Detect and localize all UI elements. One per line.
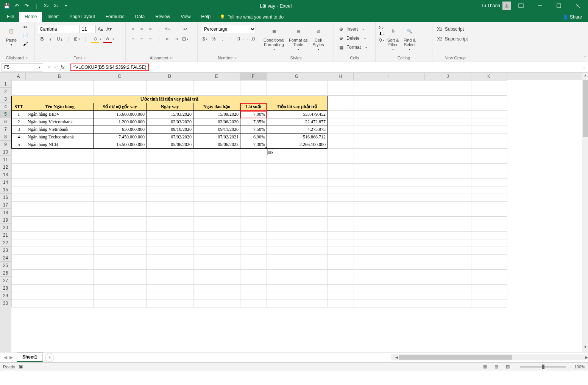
cell[interactable] bbox=[267, 285, 328, 292]
cell[interactable] bbox=[328, 202, 354, 209]
cell[interactable] bbox=[26, 255, 94, 262]
cell[interactable] bbox=[26, 88, 94, 96]
cell[interactable] bbox=[94, 247, 147, 255]
copy-icon[interactable]: 📄 bbox=[21, 32, 30, 39]
cell[interactable] bbox=[94, 270, 147, 277]
add-sheet-button[interactable]: + bbox=[45, 353, 54, 362]
cell[interactable] bbox=[12, 171, 26, 179]
cell[interactable] bbox=[26, 224, 94, 232]
cell[interactable] bbox=[193, 88, 240, 96]
cell[interactable] bbox=[425, 186, 471, 194]
cell[interactable] bbox=[471, 285, 507, 292]
cell[interactable] bbox=[425, 194, 471, 202]
cell[interactable] bbox=[94, 209, 147, 217]
cell[interactable] bbox=[26, 239, 94, 247]
cell[interactable] bbox=[94, 156, 147, 164]
cell[interactable]: 7.450.000.000 bbox=[94, 134, 147, 141]
cell[interactable] bbox=[240, 217, 267, 224]
cell[interactable] bbox=[425, 171, 471, 179]
scroll-thumb[interactable] bbox=[583, 80, 588, 137]
cell[interactable] bbox=[26, 164, 94, 171]
cell[interactable]: 516.866.712 bbox=[267, 134, 328, 141]
cell[interactable] bbox=[147, 164, 193, 171]
autofill-options-icon[interactable]: ▦▾ bbox=[267, 149, 274, 155]
sheet-nav-prev-icon[interactable]: ◀ bbox=[4, 355, 7, 360]
cell[interactable] bbox=[425, 164, 471, 171]
tell-me-search[interactable]: 💡 Tell me what you want to do bbox=[216, 14, 287, 22]
cell[interactable] bbox=[354, 277, 425, 285]
cell[interactable] bbox=[328, 88, 354, 96]
superscript-icon[interactable]: X2 bbox=[51, 1, 61, 10]
cell[interactable] bbox=[471, 118, 507, 126]
cell[interactable] bbox=[147, 179, 193, 186]
cell[interactable]: Ngân hàng BIDV bbox=[26, 111, 94, 118]
cell[interactable] bbox=[26, 186, 94, 194]
cell[interactable] bbox=[471, 277, 507, 285]
cell[interactable] bbox=[328, 285, 354, 292]
cell[interactable]: Tên Ngân hàng bbox=[26, 103, 94, 111]
cell[interactable] bbox=[94, 202, 147, 209]
tab-page-layout[interactable]: Page Layout bbox=[64, 12, 100, 22]
row-header-20[interactable]: 20 bbox=[0, 224, 11, 231]
cell[interactable] bbox=[26, 247, 94, 255]
row-header-23[interactable]: 23 bbox=[0, 247, 11, 254]
cell[interactable] bbox=[94, 217, 147, 224]
cell[interactable]: 5 bbox=[12, 141, 26, 149]
spreadsheet-grid[interactable]: ABCDEFGHIJK 1234567891011121314151617181… bbox=[0, 73, 588, 352]
cell[interactable] bbox=[267, 164, 328, 171]
cell[interactable] bbox=[26, 277, 94, 285]
cell[interactable] bbox=[471, 217, 507, 224]
cell[interactable] bbox=[94, 232, 147, 239]
cell[interactable] bbox=[94, 186, 147, 194]
cell[interactable] bbox=[471, 96, 507, 103]
decrease-decimal-icon[interactable]: ←.0 bbox=[246, 35, 256, 43]
row-header-3[interactable]: 3 bbox=[0, 95, 11, 103]
cell[interactable] bbox=[267, 202, 328, 209]
increase-decimal-icon[interactable]: .0→ bbox=[236, 35, 245, 43]
cell[interactable] bbox=[26, 194, 94, 202]
cell[interactable] bbox=[354, 103, 425, 111]
cell[interactable] bbox=[240, 239, 267, 247]
cell[interactable] bbox=[425, 224, 471, 232]
sheet-tab[interactable]: Sheet1 bbox=[17, 352, 43, 362]
cell[interactable]: STT bbox=[12, 103, 26, 111]
cell[interactable] bbox=[26, 149, 94, 156]
row-header-16[interactable]: 16 bbox=[0, 194, 11, 201]
cell[interactable] bbox=[147, 88, 193, 96]
cell[interactable] bbox=[26, 300, 94, 307]
cell[interactable] bbox=[240, 88, 267, 96]
cell[interactable] bbox=[147, 262, 193, 270]
cell[interactable] bbox=[147, 194, 193, 202]
cell[interactable] bbox=[471, 262, 507, 270]
row-header-19[interactable]: 19 bbox=[0, 216, 11, 224]
cell[interactable] bbox=[267, 217, 328, 224]
cell[interactable] bbox=[354, 262, 425, 270]
cell[interactable] bbox=[240, 232, 267, 239]
cell[interactable]: 2 bbox=[12, 118, 26, 126]
cell[interactable] bbox=[147, 202, 193, 209]
align-top-icon[interactable]: ≡ bbox=[129, 25, 137, 33]
cell[interactable] bbox=[26, 179, 94, 186]
cell[interactable] bbox=[354, 111, 425, 118]
cell[interactable] bbox=[26, 81, 94, 88]
cell[interactable] bbox=[147, 247, 193, 255]
number-format-select[interactable]: Percentage bbox=[201, 25, 256, 33]
clear-icon[interactable]: ◇ bbox=[379, 37, 385, 42]
horizontal-scrollbar[interactable]: : ◀ ▶ bbox=[391, 354, 588, 360]
cell[interactable] bbox=[328, 156, 354, 164]
cell[interactable] bbox=[354, 285, 425, 292]
cell[interactable]: Ngân hàng Vietinbank bbox=[26, 126, 94, 134]
cell[interactable] bbox=[193, 156, 240, 164]
row-header-24[interactable]: 24 bbox=[0, 254, 11, 262]
cell[interactable] bbox=[147, 171, 193, 179]
cell[interactable] bbox=[425, 270, 471, 277]
cell[interactable] bbox=[267, 209, 328, 217]
cell[interactable] bbox=[267, 194, 328, 202]
cell[interactable] bbox=[471, 103, 507, 111]
cell[interactable] bbox=[354, 134, 425, 141]
cell[interactable] bbox=[240, 255, 267, 262]
cell[interactable] bbox=[94, 149, 147, 156]
superscript-button[interactable]: X2Superscript bbox=[435, 35, 469, 43]
row-header-27[interactable]: 27 bbox=[0, 277, 11, 284]
row-header-2[interactable]: 2 bbox=[0, 88, 11, 95]
